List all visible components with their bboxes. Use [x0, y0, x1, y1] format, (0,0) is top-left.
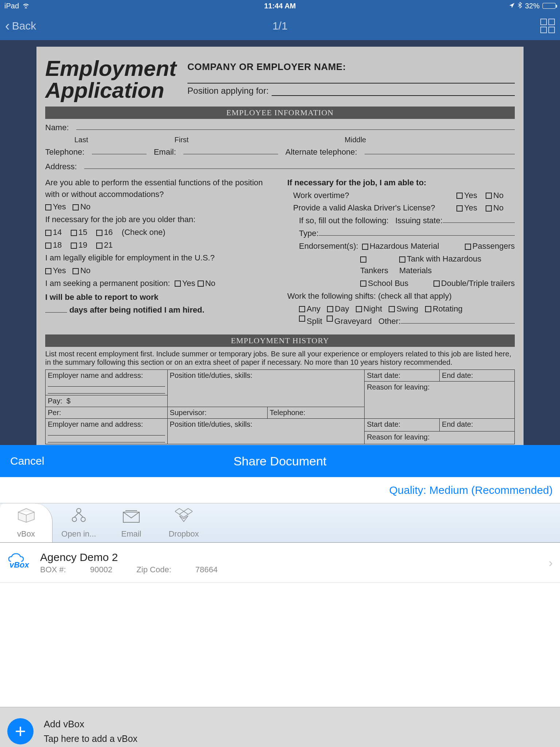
page-counter: 1/1 — [188, 20, 372, 32]
q-legal: I am legally eligible for employment in … — [45, 252, 273, 264]
doc-title-1: Employment — [45, 56, 176, 81]
hist-super: Supervisor: — [167, 407, 267, 419]
share-header: Cancel Share Document — [0, 445, 560, 477]
document-preview[interactable]: EmploymentApplication COMPANY OR EMPLOYE… — [0, 40, 560, 445]
check-one: (Check one) — [122, 228, 166, 237]
chevron-right-icon: › — [549, 556, 553, 570]
share-icon — [71, 507, 87, 526]
svg-point-0 — [77, 508, 81, 513]
q-necessary: If necessary for the job, I am able to: — [287, 177, 515, 189]
age-14: 14 — [53, 228, 62, 237]
q-fillout: If so, fill out the following: — [299, 215, 389, 227]
address-label: Address: — [45, 161, 77, 173]
hist-reason-2: Reason for leaving: — [365, 431, 515, 444]
tab-email[interactable]: Email — [105, 503, 158, 542]
name-label: Name: — [45, 122, 69, 133]
nav-bar: ‹ Back 1/1 — [0, 12, 560, 40]
battery-icon — [542, 3, 556, 9]
tel-label: Telephone: — [45, 146, 85, 158]
q-report-1: I will be able to report to work — [45, 293, 158, 302]
q-overtime: Work overtime? — [287, 190, 456, 201]
vbox-name: Agency Demo 2 — [40, 551, 541, 564]
location-icon — [509, 2, 515, 10]
hist-start: Start date: — [365, 370, 440, 382]
end-hazmat: Hazardous Material — [370, 241, 439, 251]
quality-selector[interactable]: Quality: Medium (Recommended) — [0, 477, 560, 503]
hist-employer-2: Employer name and address: — [48, 420, 143, 428]
zip-label: Zip Code: — [136, 565, 174, 574]
hist-position-2: Position title/duties, skills: — [167, 419, 365, 444]
tab-open-in[interactable]: Open in... — [52, 503, 105, 542]
status-bar: iPad 11:44 AM 32% — [0, 0, 560, 12]
add-title: Add vBox — [44, 719, 137, 730]
vbox-logo-text: vBox — [9, 560, 29, 570]
end-tankers: Tankers — [360, 266, 388, 275]
plus-icon: + — [7, 718, 34, 744]
empty-area — [0, 583, 560, 707]
vbox-logo: vBox — [7, 552, 33, 573]
tab-dropbox-label: Dropbox — [168, 529, 199, 539]
issuing-state: Issuing state: — [395, 215, 443, 227]
cancel-button[interactable]: Cancel — [10, 455, 145, 467]
tab-dropbox[interactable]: Dropbox — [158, 503, 210, 542]
tab-email-label: Email — [121, 529, 141, 539]
name-last: Last — [74, 135, 175, 145]
q-license: Provide a valid Alaska Driver's License? — [287, 202, 456, 214]
sh-rot: Rotating — [433, 304, 463, 313]
back-button[interactable]: ‹ Back — [5, 18, 188, 34]
hist-dollar: $ — [66, 397, 70, 405]
hist-employer: Employer name and address: — [48, 371, 143, 379]
section-employee-info: EMPLOYEE INFORMATION — [45, 107, 515, 119]
history-table: Employer name and address: Position titl… — [45, 369, 515, 444]
hist-instruct: List most recent employment first. Inclu… — [45, 350, 515, 367]
sh-swing: Swing — [396, 304, 418, 313]
share-tabs: vBox Open in... Email Dropbox — [0, 503, 560, 543]
add-subtitle: Tap here to add a vBox — [44, 734, 137, 744]
hist-start-2: Start date: — [365, 419, 440, 431]
add-vbox-footer[interactable]: + Add vBox Tap here to add a vBox — [0, 707, 560, 747]
chevron-left-icon: ‹ — [5, 18, 10, 34]
hist-end: End date: — [440, 370, 515, 382]
vbox-item[interactable]: vBox Agency Demo 2 BOX #: 90002 Zip Code… — [0, 543, 560, 583]
age-18: 18 — [53, 240, 62, 249]
no-3: No — [205, 279, 215, 288]
name-first: First — [175, 135, 345, 145]
bluetooth-icon — [518, 2, 522, 10]
no-2: No — [80, 266, 90, 275]
yes-ot: Yes — [464, 191, 477, 200]
battery-pct: 32% — [525, 2, 540, 10]
end-school: School Bus — [368, 279, 408, 288]
name-middle: Middle — [345, 135, 515, 145]
end-double: Double/Triple trailers — [441, 279, 515, 288]
device-label: iPad — [4, 2, 19, 10]
tab-vbox[interactable]: vBox — [0, 503, 52, 542]
q-essential: Are you able to perform the essential fu… — [45, 177, 273, 200]
hist-pay: Pay: — [48, 397, 62, 405]
sh-any: Any — [307, 304, 320, 313]
no-1: No — [80, 202, 90, 211]
box-num: 90002 — [90, 565, 112, 574]
grid-view-button[interactable] — [540, 19, 555, 33]
alt-tel-label: Alternate telephone: — [285, 146, 357, 158]
mail-icon — [122, 510, 140, 526]
dropbox-icon — [175, 507, 192, 526]
q-report-2: days after being notified I am hired. — [69, 305, 204, 314]
sh-grave: Graveyard — [334, 316, 372, 327]
share-title: Share Document — [145, 454, 415, 468]
yes-lic: Yes — [464, 203, 477, 212]
back-label: Back — [12, 20, 36, 32]
email-label: Email: — [154, 146, 176, 158]
svg-point-2 — [81, 517, 85, 522]
yes-1: Yes — [53, 202, 66, 211]
section-history: EMPLOYMENT HISTORY — [45, 334, 515, 347]
company-label: COMPANY OR EMPLOYER NAME: — [187, 61, 515, 73]
age-16: 16 — [104, 228, 113, 237]
sh-day: Day — [335, 304, 349, 313]
no-ot: No — [493, 191, 503, 200]
type-label: Type: — [299, 228, 319, 239]
end-tank-haz: Tank with Hazardous Materials — [399, 254, 481, 275]
tab-vbox-label: vBox — [17, 529, 35, 539]
tab-open-label: Open in... — [61, 529, 96, 539]
other-label: Other: — [378, 316, 401, 327]
clock: 11:44 AM — [188, 2, 372, 10]
